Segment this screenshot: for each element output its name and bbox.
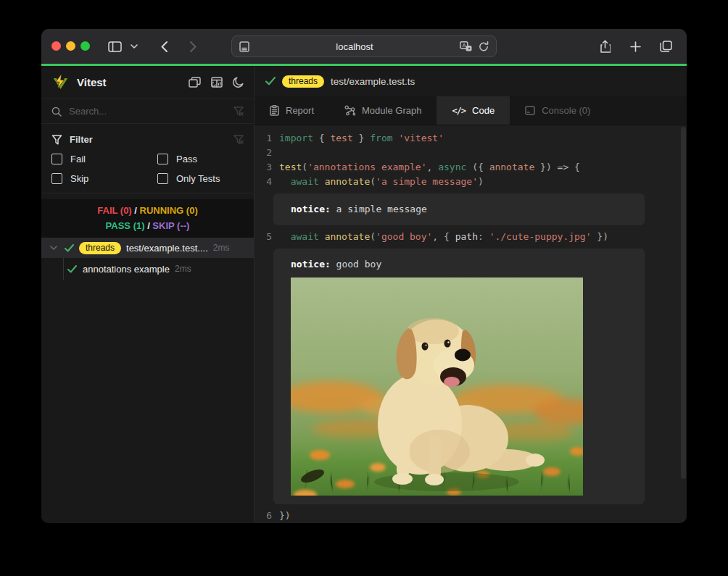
file-header: threads test/example.test.ts <box>255 66 687 96</box>
checkbox-pass[interactable]: Pass <box>157 154 244 164</box>
report-icon <box>270 105 279 116</box>
filter-label: Filter <box>70 134 93 145</box>
minimize-window-button[interactable] <box>66 41 75 51</box>
sidebar-toggle-icon[interactable] <box>105 37 124 56</box>
console-icon <box>525 106 535 115</box>
sidebar: Vitest Search... <box>41 66 255 523</box>
translate-icon[interactable]: A✦ <box>460 41 472 51</box>
annotation-text: notice: good boy <box>291 257 627 272</box>
app-title: Vitest <box>77 76 189 88</box>
address-bar[interactable]: localhost A✦ <box>231 36 497 57</box>
clear-search-filter-icon[interactable] <box>233 107 244 116</box>
code-line: 6}) <box>255 509 687 523</box>
main-panel: threads test/example.test.ts Report Modu… <box>255 66 687 523</box>
check-icon <box>67 265 77 273</box>
checkbox-only-tests[interactable]: Only Tests <box>157 173 244 184</box>
scrollbar-thumb[interactable] <box>681 127 686 479</box>
search-icon <box>51 107 62 117</box>
test-case-name: annotations example <box>83 264 170 275</box>
pass-count: PASS (1) <box>106 220 145 231</box>
code-line: 3test('annotations example', async ({ an… <box>255 160 687 175</box>
line-number: 3 <box>255 160 272 175</box>
chevron-down-icon[interactable] <box>128 37 140 56</box>
line-number: 1 <box>255 131 272 146</box>
skip-count: SKIP (--) <box>152 220 189 231</box>
close-window-button[interactable] <box>51 41 61 51</box>
code-line: 2 <box>255 146 687 160</box>
tab-module-graph[interactable]: Module Graph <box>329 96 437 125</box>
indent-guide <box>63 258 64 280</box>
tab-overview-icon[interactable] <box>656 37 675 56</box>
check-icon <box>265 77 276 85</box>
module-graph-icon <box>344 105 355 116</box>
reload-icon[interactable] <box>479 41 489 52</box>
checkbox-box[interactable] <box>157 154 168 164</box>
svg-text:A: A <box>462 42 466 49</box>
browser-window: localhost A✦ <box>41 29 687 523</box>
share-icon[interactable] <box>595 37 614 56</box>
tab-code[interactable]: </> Code <box>437 96 510 125</box>
back-button[interactable] <box>154 37 173 56</box>
code-line: 5 await annotate('good boy', { path: './… <box>255 230 687 244</box>
annotation-notice: notice: a simple message <box>273 193 645 225</box>
new-tab-icon[interactable] <box>626 37 645 56</box>
test-case-row[interactable]: annotations example 2ms <box>41 258 254 280</box>
pool-badge: threads <box>79 242 121 254</box>
forward-button[interactable] <box>183 37 202 56</box>
tab-report[interactable]: Report <box>255 96 329 125</box>
checkbox-skip[interactable]: Skip <box>51 173 157 184</box>
clear-filter-icon[interactable] <box>233 135 244 144</box>
svg-text:✦: ✦ <box>468 46 471 51</box>
annotation-text: notice: a simple message <box>291 202 627 217</box>
test-duration: 2ms <box>213 243 230 253</box>
checkbox-box[interactable] <box>157 173 168 184</box>
checkbox-fail[interactable]: Fail <box>51 154 157 164</box>
search-input[interactable]: Search... <box>69 106 226 117</box>
annotation-notice: notice: good boy <box>273 249 645 504</box>
test-file-name: test/example.test.... <box>126 243 208 254</box>
check-icon <box>65 244 74 252</box>
running-count: RUNNING (0) <box>140 205 198 216</box>
cute-puppy-image <box>291 277 583 496</box>
page-icon <box>239 41 249 52</box>
traffic-lights <box>51 41 90 51</box>
panels-icon[interactable] <box>189 77 201 88</box>
line-number: 5 <box>255 230 272 244</box>
moon-icon[interactable] <box>233 77 244 88</box>
checkbox-box[interactable] <box>51 154 62 164</box>
tab-console[interactable]: Console (0) <box>510 96 605 125</box>
code-line: 1import { test } from 'vitest' <box>255 131 687 146</box>
code-line: 4 await annotate('a simple message') <box>255 175 687 189</box>
line-number: 4 <box>255 175 272 189</box>
search-row: Search... <box>41 99 254 124</box>
file-path: test/example.test.ts <box>331 76 415 87</box>
code-viewer[interactable]: 1import { test } from 'vitest'23test('an… <box>255 125 687 523</box>
line-number: 6 <box>255 509 272 523</box>
vitest-logo-icon <box>51 73 70 91</box>
test-duration: 2ms <box>175 264 191 274</box>
pool-badge: threads <box>282 75 324 88</box>
checkbox-box[interactable] <box>51 173 62 184</box>
run-summary: FAIL (0) / RUNNING (0) PASS (1) / SKIP (… <box>41 199 254 238</box>
fail-count: FAIL (0) <box>97 205 131 216</box>
funnel-icon <box>51 135 62 145</box>
chevron-down-icon[interactable] <box>47 246 60 250</box>
tab-bar: Report Module Graph </> Code Console <box>255 96 687 125</box>
url-text: localhost <box>249 41 460 52</box>
maximize-window-button[interactable] <box>80 41 90 51</box>
code-icon: </> <box>452 106 466 116</box>
filter-section: Filter Fail Pass Skip Only Tests <box>41 124 254 193</box>
line-number: 2 <box>255 146 272 160</box>
dashboard-icon[interactable] <box>211 77 223 88</box>
test-tree: threads test/example.test.... 2ms annota… <box>41 238 254 523</box>
browser-toolbar: localhost A✦ <box>41 29 687 64</box>
test-file-row[interactable]: threads test/example.test.... 2ms <box>41 238 254 258</box>
